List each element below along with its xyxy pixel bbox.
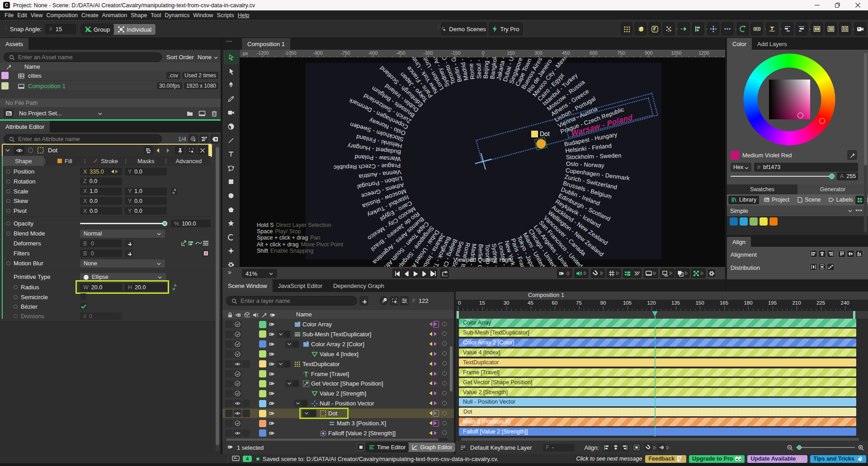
scatter-button[interactable]	[663, 23, 675, 35]
anim-toggle-circle[interactable]	[442, 351, 447, 356]
flyout-caret-icon[interactable]	[653, 446, 656, 450]
tool-cursor[interactable]	[224, 51, 238, 64]
timeline-bar-value-4-index-[interactable]: Value 4 [Index]	[459, 348, 856, 357]
anim-toggle-circle[interactable]	[442, 411, 447, 415]
layer-color-swatch[interactable]	[259, 429, 266, 437]
menu-item-animation[interactable]: Animation	[102, 12, 127, 19]
close-x-button[interactable]	[198, 146, 207, 155]
expand-tools-icon[interactable]: »	[228, 268, 231, 276]
tab-assets[interactable]: Assets	[0, 38, 28, 50]
filter-settings-button[interactable]	[400, 296, 409, 306]
hex-value-field[interactable]: #bf1473	[754, 163, 858, 172]
tab-advanced[interactable]: Advanced	[167, 156, 211, 166]
expand-chevron[interactable]	[277, 360, 291, 368]
distribute-stack-button[interactable]	[827, 263, 835, 271]
zoom-select[interactable]: 41%	[242, 269, 277, 278]
menu-item-window[interactable]: Window	[193, 12, 213, 19]
opacity-slider[interactable]	[80, 223, 165, 224]
fast-forward-button[interactable]	[632, 268, 642, 278]
feedback-button[interactable]: Feedback	[645, 455, 686, 463]
tool-artboard[interactable]	[224, 161, 238, 175]
anim-toggle-circle[interactable]	[442, 421, 447, 425]
menu-item-scripts[interactable]: Scripts	[217, 12, 234, 19]
attr-field[interactable]: Y0.0	[125, 168, 167, 175]
pin-button[interactable]	[175, 146, 184, 155]
attr-field[interactable]: Y0.0	[125, 197, 167, 205]
menu-item-file[interactable]: File	[5, 12, 14, 19]
close-button[interactable]	[848, 0, 868, 10]
kf-prev-icon[interactable]	[428, 362, 432, 366]
clear-button[interactable]	[210, 134, 220, 144]
alpha-field[interactable]: A255	[837, 172, 858, 180]
project-folder-button[interactable]	[4, 109, 14, 118]
align-top-button[interactable]	[838, 250, 846, 258]
skip-end-button[interactable]	[429, 268, 437, 278]
layer-row-value-4-index-[interactable]: Value 4 [Index]	[222, 349, 454, 359]
try-pro-button[interactable]: Try Pro	[489, 23, 523, 35]
keyframe-layer-icon[interactable]	[459, 444, 467, 452]
tag-icon[interactable]	[269, 371, 275, 377]
timeline-bar-null-position-vector[interactable]: Null - Position Vector	[459, 398, 856, 406]
trash-button[interactable]	[210, 109, 219, 118]
snap-keys-button[interactable]	[657, 443, 665, 452]
kf-next-box[interactable]	[433, 400, 439, 407]
loop-button[interactable]	[195, 240, 202, 247]
solo-cell[interactable]	[242, 360, 250, 368]
attr-field[interactable]: X0.0	[80, 197, 122, 205]
menu-item-tool[interactable]: Tool	[151, 12, 161, 19]
project-set-select[interactable]: No Project Set...	[16, 109, 105, 118]
kf-next-box[interactable]	[433, 370, 439, 377]
monitor-button[interactable]	[644, 268, 658, 278]
radius-w-field[interactable]: W20.0	[80, 283, 122, 291]
lock-cell[interactable]	[225, 429, 233, 437]
menu-bars-button[interactable]	[202, 240, 209, 247]
timeline-bar-falloff-value-2-strength-[interactable]: Falloff [Value 2 [Strength]]	[459, 428, 856, 436]
hash-grid-button[interactable]	[607, 268, 621, 278]
anim-toggle-circle[interactable]	[442, 331, 447, 336]
tag-icon[interactable]	[269, 430, 275, 437]
stagger1-button[interactable]	[782, 23, 793, 35]
tool-pentagon[interactable]	[224, 203, 238, 217]
graph-editor-option[interactable]: Graph Editor	[409, 442, 455, 452]
visibility-cell[interactable]	[234, 320, 241, 328]
tag-button[interactable]: 0	[557, 268, 572, 278]
tl-zoom-in-button[interactable]	[858, 444, 864, 451]
layer-row-null-position-vector[interactable]: Null - Position Vector	[222, 399, 454, 408]
tab-swatches[interactable]: Swatches	[727, 184, 797, 194]
next-frame-button[interactable]	[420, 268, 428, 278]
kf-next-box[interactable]	[433, 380, 439, 387]
magnet-button[interactable]	[644, 443, 652, 452]
timeline-bar-frame-travel-[interactable]: Frame [Travel]	[459, 368, 856, 377]
grid-dots-button[interactable]	[621, 23, 632, 35]
kf-prev-icon[interactable]	[428, 342, 432, 346]
align-right-button[interactable]	[827, 250, 835, 258]
layer-row-falloff-value-2-strength-[interactable]: Falloff [Value 2 [Strength]]	[222, 428, 454, 438]
semicircle-checkbox[interactable]	[80, 293, 87, 300]
lib-labels-button[interactable]: Labels	[826, 196, 856, 204]
blend-mode-select[interactable]: Normal	[80, 230, 165, 238]
tag-icon[interactable]	[269, 420, 275, 427]
lock-cell[interactable]	[225, 340, 233, 348]
menu-item-edit[interactable]: Edit	[17, 12, 27, 19]
lock-cell[interactable]	[225, 330, 233, 338]
color-swatch-chip[interactable]	[760, 217, 768, 226]
cube-button[interactable]	[635, 23, 646, 35]
layer-row-sub-mesh-textduplicator-[interactable]: Sub-Mesh [TextDuplicator]	[222, 329, 454, 339]
align-center-h-button[interactable]	[818, 250, 826, 258]
tag-icon[interactable]	[269, 410, 275, 417]
attr-field[interactable]: Z0.0	[80, 178, 122, 185]
scale-link-button[interactable]	[171, 188, 178, 195]
sparkle-move-button[interactable]	[186, 146, 196, 155]
kf-next-box[interactable]	[433, 420, 439, 427]
sv-selector[interactable]	[797, 113, 803, 118]
color-swatch-chip[interactable]	[740, 217, 748, 226]
attr-field[interactable]: Y1.0	[125, 188, 167, 195]
list-add-button[interactable]	[199, 134, 209, 144]
attr-field[interactable]: X1.0	[80, 188, 122, 195]
tag-icon[interactable]	[269, 380, 275, 387]
visibility-cell[interactable]	[234, 419, 241, 427]
align-middle-v-button[interactable]	[847, 250, 854, 258]
motion-blur-select[interactable]: None	[80, 259, 165, 268]
play-button[interactable]	[410, 268, 419, 278]
anim-toggle-circle[interactable]	[442, 391, 447, 395]
